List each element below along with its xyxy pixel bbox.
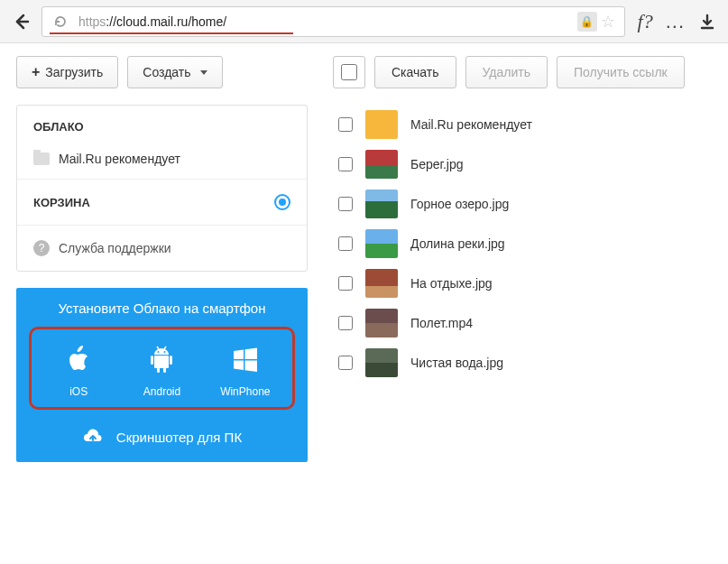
promo-panel: Установите Облако на смартфон iOS Androi… xyxy=(16,288,308,462)
file-row[interactable]: На отдыхе.jpg xyxy=(333,264,728,303)
url-protocol: https xyxy=(78,14,106,29)
file-checkbox[interactable] xyxy=(338,117,353,132)
file-name: Берег.jpg xyxy=(410,157,464,171)
file-checkbox[interactable] xyxy=(338,276,353,291)
file-thumbnail xyxy=(365,110,398,139)
select-all-box[interactable] xyxy=(333,56,365,88)
download-label: Скачать xyxy=(392,65,439,79)
app-ios[interactable]: iOS xyxy=(39,342,118,398)
more-menu-icon[interactable]: ... xyxy=(666,10,685,33)
bookmark-star-icon[interactable]: ☆ xyxy=(601,12,615,32)
app-winphone[interactable]: WinPhone xyxy=(206,342,285,398)
upload-label: Загрузить xyxy=(45,65,103,79)
app-android[interactable]: Android xyxy=(122,342,201,398)
plus-icon: + xyxy=(32,64,40,80)
file-thumbnail xyxy=(365,348,398,377)
trash-section-header[interactable]: КОРЗИНА xyxy=(17,179,307,225)
create-button[interactable]: Создать xyxy=(127,56,222,88)
svg-rect-4 xyxy=(170,356,172,365)
promo-apps-highlight: iOS Android WinPhone xyxy=(29,327,295,410)
create-label: Создать xyxy=(143,65,190,79)
app-label: WinPhone xyxy=(206,385,285,398)
android-icon xyxy=(122,342,201,378)
svg-rect-5 xyxy=(157,367,160,373)
svg-point-10 xyxy=(164,351,166,353)
cloud-sync-icon xyxy=(82,428,104,446)
browser-toolbar: https://cloud.mail.ru/home/ 🔒 ☆ f? ... xyxy=(0,0,728,43)
file-row[interactable]: Полет.mp4 xyxy=(333,303,728,343)
file-row[interactable]: Чистая вода.jpg xyxy=(333,343,728,383)
file-thumbnail xyxy=(365,190,398,218)
select-all-checkbox[interactable] xyxy=(341,64,357,80)
svg-rect-3 xyxy=(151,356,153,365)
delete-label: Удалить xyxy=(483,65,530,79)
svg-point-9 xyxy=(158,351,160,353)
apple-icon xyxy=(39,342,118,378)
screenshoter-link[interactable]: Скриншотер для ПК xyxy=(29,428,295,446)
address-bar[interactable]: https://cloud.mail.ru/home/ 🔒 ☆ xyxy=(41,6,625,37)
file-thumbnail xyxy=(365,269,398,298)
svg-rect-2 xyxy=(154,356,169,368)
lock-icon[interactable]: 🔒 xyxy=(577,12,597,32)
url-text: https://cloud.mail.ru/home/ xyxy=(78,14,226,29)
sidebar-item-recommends[interactable]: Mail.Ru рекомендует xyxy=(17,143,307,179)
file-name: Mail.Ru рекомендует xyxy=(410,117,532,132)
downloads-icon[interactable] xyxy=(699,14,715,30)
file-checkbox[interactable] xyxy=(338,236,353,251)
cloud-section-header: ОБЛАКО xyxy=(17,106,307,143)
file-checkbox[interactable] xyxy=(338,157,353,171)
app-label: iOS xyxy=(39,385,118,398)
reload-icon[interactable] xyxy=(48,9,73,34)
getlink-button[interactable]: Получить ссылк xyxy=(557,56,685,88)
svg-rect-6 xyxy=(163,367,166,373)
trash-label: КОРЗИНА xyxy=(33,196,90,209)
file-name: Полет.mp4 xyxy=(410,316,473,330)
url-highlight xyxy=(50,32,293,34)
file-row[interactable]: Берег.jpg xyxy=(333,144,728,184)
svg-line-7 xyxy=(157,347,159,349)
support-label: Служба поддержки xyxy=(59,241,171,255)
file-name: Чистая вода.jpg xyxy=(410,356,503,370)
file-checkbox[interactable] xyxy=(338,197,353,211)
file-name: Горное озеро.jpg xyxy=(410,197,509,211)
app-label: Android xyxy=(122,385,201,398)
file-thumbnail xyxy=(365,150,398,179)
file-name: На отдыхе.jpg xyxy=(410,276,493,291)
url-path: ://cloud.mail.ru/home/ xyxy=(106,14,226,29)
sidebar-item-label: Mail.Ru рекомендует xyxy=(59,152,180,166)
support-link[interactable]: ? Служба поддержки xyxy=(17,225,307,271)
svg-line-8 xyxy=(164,347,166,349)
file-row[interactable]: Горное озеро.jpg xyxy=(333,184,728,224)
delete-button[interactable]: Удалить xyxy=(465,56,548,88)
back-button[interactable] xyxy=(7,7,36,36)
upload-button[interactable]: + Загрузить xyxy=(16,56,118,88)
windows-icon xyxy=(206,342,285,378)
trash-indicator-icon xyxy=(274,194,290,210)
file-list: Mail.Ru рекомендуетБерег.jpgГорное озеро… xyxy=(333,105,728,383)
chevron-down-icon xyxy=(200,70,207,75)
folder-icon xyxy=(33,153,50,165)
download-button[interactable]: Скачать xyxy=(374,56,456,88)
screenshoter-label: Скриншотер для ПК xyxy=(116,430,242,445)
help-icon: ? xyxy=(33,240,50,256)
extension-f-icon[interactable]: f? xyxy=(638,10,653,33)
sidebar-panel: ОБЛАКО Mail.Ru рекомендует КОРЗИНА ? Слу… xyxy=(16,105,308,272)
file-thumbnail xyxy=(365,309,398,337)
file-checkbox[interactable] xyxy=(338,356,353,370)
promo-title: Установите Облако на смартфон xyxy=(29,300,295,316)
getlink-label: Получить ссылк xyxy=(574,65,668,79)
file-row[interactable]: Долина реки.jpg xyxy=(333,224,728,264)
file-row[interactable]: Mail.Ru рекомендует xyxy=(333,105,728,144)
file-toolbar: Скачать Удалить Получить ссылк xyxy=(333,56,728,88)
file-checkbox[interactable] xyxy=(338,316,353,330)
file-name: Долина реки.jpg xyxy=(410,236,505,251)
file-thumbnail xyxy=(365,229,398,258)
